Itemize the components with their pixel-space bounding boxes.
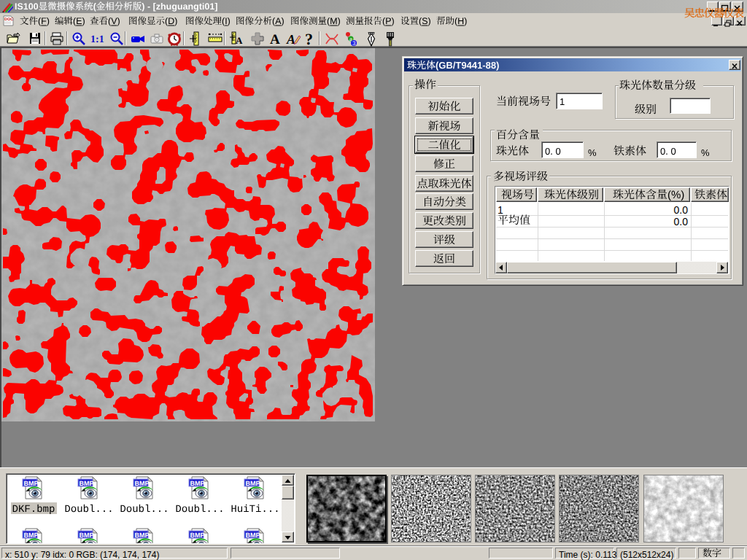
svg-text:A: A: [270, 32, 280, 47]
svg-text:A: A: [236, 35, 243, 46]
svg-text:1:1: 1:1: [90, 34, 104, 45]
svg-text:DOC: DOC: [4, 18, 13, 22]
svg-text:?: ?: [305, 31, 313, 47]
svg-text:A: A: [286, 32, 295, 47]
svg-text:3: 3: [352, 40, 356, 47]
